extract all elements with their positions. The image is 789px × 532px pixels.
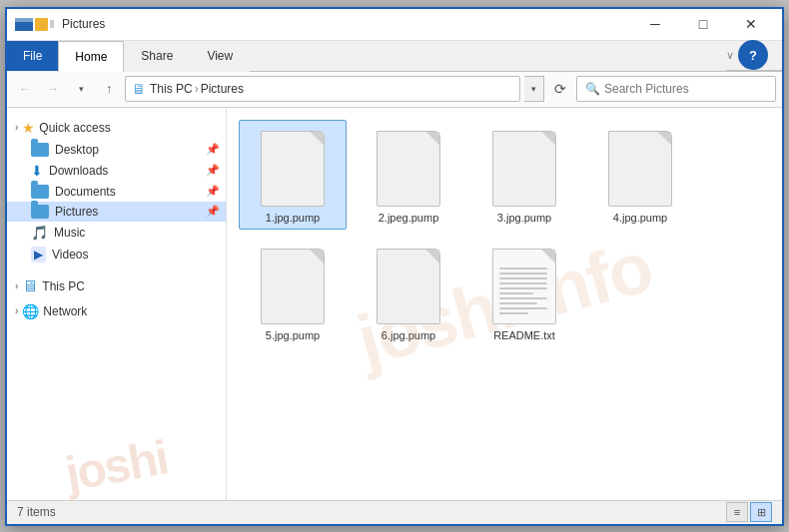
text-line-3 xyxy=(499,277,547,279)
text-line-5 xyxy=(499,287,547,289)
view-list-button[interactable]: ≡ xyxy=(726,502,748,522)
file-item-1[interactable]: 1.jpg.pump xyxy=(239,120,347,230)
file-name-2: 2.jpeg.pump xyxy=(379,211,439,225)
tab-share[interactable]: Share xyxy=(124,41,190,72)
title-icon-area xyxy=(15,18,54,31)
network-icon: 🌐 xyxy=(22,303,39,319)
file-name-6: 6.jpg.pump xyxy=(382,328,435,342)
sidebar-item-pictures-label: Pictures xyxy=(55,205,98,219)
file-name-3: 3.jpg.pump xyxy=(497,211,551,225)
file-area: joshi.info 1.jpg.pump 2.jpeg.pump xyxy=(227,108,782,500)
pictures-pin-icon: 📌 xyxy=(206,205,220,218)
this-pc-label: This PC xyxy=(42,279,85,293)
network-section[interactable]: › 🌐 Network xyxy=(7,299,226,323)
desktop-folder-icon xyxy=(31,143,49,157)
back-button[interactable]: ← xyxy=(13,77,37,101)
sidebar-item-music-label: Music xyxy=(54,226,85,240)
file-item-3[interactable]: 3.jpg.pump xyxy=(470,120,578,230)
file-icon-5 xyxy=(257,245,329,324)
file-grid: 1.jpg.pump 2.jpeg.pump 3.jpg.pump xyxy=(239,120,770,348)
file-page-6 xyxy=(377,249,440,324)
refresh-button[interactable]: ⟳ xyxy=(548,77,572,101)
file-item-4[interactable]: 4.jpg.pump xyxy=(586,120,694,230)
path-pictures[interactable]: Pictures xyxy=(201,82,244,96)
file-icon-4 xyxy=(604,127,676,207)
file-page-4 xyxy=(608,131,672,207)
file-icon-1 xyxy=(257,127,329,207)
text-line-6 xyxy=(499,292,533,294)
window-title: Pictures xyxy=(62,17,632,31)
file-page-2 xyxy=(377,131,440,207)
status-bar: 7 items ≡ ⊞ xyxy=(7,500,782,524)
search-input[interactable] xyxy=(604,82,767,96)
file-name-1: 1.jpg.pump xyxy=(266,211,320,225)
ribbon-tabs-row: File Home Share View ∨ ? xyxy=(7,41,782,72)
sidebar-item-videos-label: Videos xyxy=(52,248,88,262)
ribbon: File Home Share View ∨ ? xyxy=(7,41,782,72)
forward-button[interactable]: → xyxy=(41,77,65,101)
sidebar-item-desktop[interactable]: Desktop 📌 xyxy=(7,140,226,160)
this-pc-icon: 🖥 xyxy=(22,277,38,295)
text-line-7 xyxy=(499,297,547,299)
text-line-10 xyxy=(499,312,528,314)
dropdown-recent-button[interactable]: ▾ xyxy=(69,77,93,101)
address-dropdown-btn[interactable]: ▾ xyxy=(524,76,544,102)
quick-access-label: Quick access xyxy=(39,121,110,135)
tab-home[interactable]: Home xyxy=(58,41,124,73)
file-icon-7 xyxy=(488,245,560,324)
file-item-5[interactable]: 5.jpg.pump xyxy=(239,238,347,347)
file-item-6[interactable]: 6.jpg.pump xyxy=(355,238,462,347)
file-icon-2 xyxy=(373,127,444,207)
file-page-3 xyxy=(492,131,556,207)
title-bar: Pictures ─ □ ✕ xyxy=(7,9,782,41)
pictures-folder-icon xyxy=(31,205,49,219)
sidebar-item-documents[interactable]: Documents 📌 xyxy=(7,182,226,202)
sidebar-item-pictures[interactable]: Pictures 📌 xyxy=(7,202,226,222)
path-this-pc[interactable]: This PC xyxy=(150,82,193,96)
sidebar-item-documents-label: Documents xyxy=(55,185,116,199)
item-count: 7 items xyxy=(17,505,56,519)
path-sep-1: › xyxy=(195,82,199,96)
desktop-pin-icon: 📌 xyxy=(206,143,220,156)
text-lines xyxy=(499,267,547,317)
sidebar-item-videos[interactable]: ▶ Videos xyxy=(7,244,226,266)
quick-access-section[interactable]: › ★ Quick access xyxy=(7,116,226,140)
file-page-7 xyxy=(492,249,556,324)
quick-access-expand-icon: › xyxy=(15,122,18,133)
help-button[interactable]: ? xyxy=(738,40,768,70)
ribbon-arrow-down[interactable]: ∨ xyxy=(726,49,734,62)
documents-pin-icon: 📌 xyxy=(206,185,220,198)
downloads-icon: ⬇ xyxy=(31,163,43,179)
text-line-8 xyxy=(499,302,537,304)
sidebar-item-desktop-label: Desktop xyxy=(55,143,99,157)
up-button[interactable]: ↑ xyxy=(97,77,121,101)
file-name-5: 5.jpg.pump xyxy=(266,328,320,342)
file-name-4: 4.jpg.pump xyxy=(613,211,667,225)
file-page-1 xyxy=(261,131,325,207)
close-button[interactable]: ✕ xyxy=(728,10,774,38)
search-box[interactable]: 🔍 xyxy=(576,76,776,102)
search-icon: 🔍 xyxy=(585,82,600,96)
file-item-7[interactable]: README.txt xyxy=(470,238,578,347)
sidebar-item-music[interactable]: 🎵 Music xyxy=(7,222,226,244)
this-pc-section[interactable]: › 🖥 This PC xyxy=(7,273,226,299)
network-label: Network xyxy=(43,304,87,318)
view-grid-icon: ⊞ xyxy=(757,506,766,519)
file-explorer-window: Pictures ─ □ ✕ File Home Share View ∨ ? … xyxy=(5,7,784,526)
maximize-button[interactable]: □ xyxy=(680,10,726,38)
file-item-2[interactable]: 2.jpeg.pump xyxy=(355,120,462,230)
address-path[interactable]: 🖥 This PC › Pictures xyxy=(125,76,520,102)
view-grid-button[interactable]: ⊞ xyxy=(750,502,772,522)
sidebar: › ★ Quick access Desktop 📌 ⬇ Downloads 📌 xyxy=(7,108,227,500)
video-icon: ▶ xyxy=(31,247,46,263)
main-area: › ★ Quick access Desktop 📌 ⬇ Downloads 📌 xyxy=(7,108,782,500)
tab-view[interactable]: View xyxy=(190,41,250,72)
quick-access-star-icon: ★ xyxy=(22,120,35,136)
minimize-button[interactable]: ─ xyxy=(632,10,678,38)
music-icon: 🎵 xyxy=(31,225,48,241)
text-line-1 xyxy=(499,267,547,269)
sidebar-item-downloads[interactable]: ⬇ Downloads 📌 xyxy=(7,160,226,182)
tab-file[interactable]: File xyxy=(7,41,58,71)
text-line-2 xyxy=(499,272,547,274)
view-list-icon: ≡ xyxy=(734,506,740,518)
